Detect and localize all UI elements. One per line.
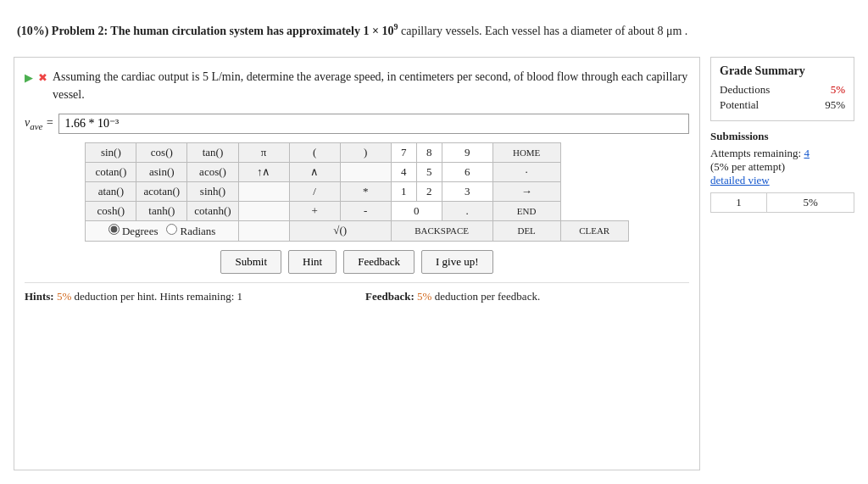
open-paren-button[interactable]: ( (289, 142, 340, 162)
close-paren-button[interactable]: ) (340, 142, 391, 162)
x-icon: ✖ (38, 70, 47, 86)
up-arrow-button[interactable]: ↑∧ (238, 162, 289, 181)
submissions-table: 1 5% (710, 192, 854, 213)
attempts-value[interactable]: 4 (804, 147, 810, 159)
feedback-label: Feedback: (365, 290, 415, 303)
key-2[interactable]: 2 (416, 181, 442, 201)
submissions-section: Submissions Attempts remaining: 4 (5% pe… (710, 130, 854, 213)
grade-summary-title: Grade Summary (720, 64, 845, 78)
problem-text: (10%) Problem 2: The human circulation s… (17, 25, 687, 37)
feedback-section: Feedback: 5% deduction per feedback. (365, 290, 689, 303)
key-6[interactable]: 6 (442, 162, 492, 181)
decimal-button[interactable]: . (442, 201, 492, 220)
right-panel: Grade Summary Deductions 5% Potential 95… (710, 57, 854, 470)
minus-button[interactable]: - (340, 201, 391, 220)
deductions-label: Deductions (720, 83, 770, 97)
tanh-button[interactable]: tanh() (136, 201, 187, 220)
calculator-area: sin() cos() tan() π ( ) 7 8 9 HOME cotan… (25, 142, 689, 242)
feedback-deduction-text: deduction per feedback. (435, 290, 541, 303)
del-button[interactable]: DEL (492, 220, 560, 241)
potential-row: Potential 95% (720, 98, 845, 112)
cotanh-button[interactable]: cotanh() (187, 201, 238, 220)
degrees-label: Degrees (122, 225, 159, 237)
pi-button[interactable]: π (238, 142, 289, 162)
submit-button[interactable]: Submit (220, 250, 281, 274)
key-5[interactable]: 5 (416, 162, 442, 181)
hints-section: Hints: 5% deduction per hint. Hints rema… (25, 290, 348, 303)
key-3[interactable]: 3 (442, 181, 492, 201)
problem-header: (10%) Problem 2: The human circulation s… (14, 14, 854, 47)
acotan-button[interactable]: acotan() (136, 181, 187, 201)
hints-remaining: 1 (237, 290, 243, 303)
key-9[interactable]: 9 (442, 142, 492, 162)
calculator-table: sin() cos() tan() π ( ) 7 8 9 HOME cotan… (85, 142, 628, 242)
tan-button[interactable]: tan() (187, 142, 238, 162)
question-text: Assuming the cardiac output is 5 L/min, … (53, 68, 689, 103)
radians-label: Radians (180, 225, 215, 237)
atan-button[interactable]: atan() (86, 181, 136, 201)
key-4[interactable]: 4 (391, 162, 416, 181)
multiply-button[interactable]: * (340, 181, 391, 201)
key-8[interactable]: 8 (416, 142, 442, 162)
hints-label: Hints: (25, 290, 54, 303)
attempts-row: Attempts remaining: 4 (710, 147, 854, 160)
main-content: ▶ ✖ Assuming the cardiac output is 5 L/m… (14, 57, 854, 470)
arrow-button[interactable]: → (492, 181, 560, 201)
triangle-icon: ▶ (25, 70, 33, 86)
cosh-button[interactable]: cosh() (86, 201, 136, 220)
submission-num: 1 (711, 192, 767, 212)
per-attempt-row: (5% per attempt) (710, 160, 854, 174)
deductions-row: Deductions 5% (720, 83, 845, 97)
caret-button[interactable]: ∧ (289, 162, 340, 181)
backspace-button[interactable]: BACKSPACE (391, 220, 492, 241)
divide-button[interactable]: / (289, 181, 340, 201)
question-row: ▶ ✖ Assuming the cardiac output is 5 L/m… (25, 68, 689, 103)
feedback-deduction-pct: 5% (417, 290, 431, 303)
submission-pct: 5% (767, 192, 854, 212)
potential-value: 95% (825, 98, 845, 112)
sin-button[interactable]: sin() (86, 142, 136, 162)
cos-button[interactable]: cos() (136, 142, 187, 162)
page-container: (10%) Problem 2: The human circulation s… (0, 0, 868, 484)
plus-button[interactable]: + (289, 201, 340, 220)
degrees-option[interactable]: Degrees (108, 225, 161, 237)
asin-button[interactable]: asin() (136, 162, 187, 181)
left-panel: ▶ ✖ Assuming the cardiac output is 5 L/m… (14, 57, 700, 470)
dot-button[interactable]: · (492, 162, 560, 181)
answer-row: vave = (25, 114, 689, 134)
cotan-button[interactable]: cotan() (86, 162, 136, 181)
sinh-button[interactable]: sinh() (187, 181, 238, 201)
submission-row-1: 1 5% (711, 192, 854, 212)
potential-label: Potential (720, 98, 759, 112)
give-up-button[interactable]: I give up! (421, 250, 493, 274)
answer-input[interactable] (58, 114, 689, 134)
grade-summary: Grade Summary Deductions 5% Potential 95… (710, 57, 854, 121)
home-button[interactable]: HOME (492, 142, 560, 162)
detailed-view-link[interactable]: detailed view (710, 174, 770, 186)
submissions-title: Submissions (710, 130, 854, 143)
answer-label: vave = (25, 116, 53, 131)
hints-deduction-text: deduction per hint. Hints remaining: (75, 290, 235, 303)
end-button[interactable]: END (492, 201, 560, 220)
hint-button[interactable]: Hint (288, 250, 337, 274)
key-0[interactable]: 0 (391, 201, 442, 220)
buttons-row: Submit Hint Feedback I give up! (25, 250, 689, 274)
hints-feedback-row: Hints: 5% deduction per hint. Hints rema… (25, 282, 689, 303)
hints-deduction-pct: 5% (57, 290, 71, 303)
acos-button[interactable]: acos() (187, 162, 238, 181)
detailed-view-row: detailed view (710, 174, 854, 187)
feedback-button[interactable]: Feedback (343, 250, 415, 274)
deductions-value: 5% (831, 83, 845, 97)
per-attempt-text: (5% per attempt) (710, 160, 785, 173)
clear-button[interactable]: CLEAR (560, 220, 628, 241)
sqrt-button[interactable]: √() (289, 220, 391, 241)
key-1[interactable]: 1 (391, 181, 416, 201)
key-7[interactable]: 7 (391, 142, 416, 162)
radians-option[interactable]: Radians (166, 225, 215, 237)
attempts-label: Attempts remaining: (710, 147, 801, 159)
